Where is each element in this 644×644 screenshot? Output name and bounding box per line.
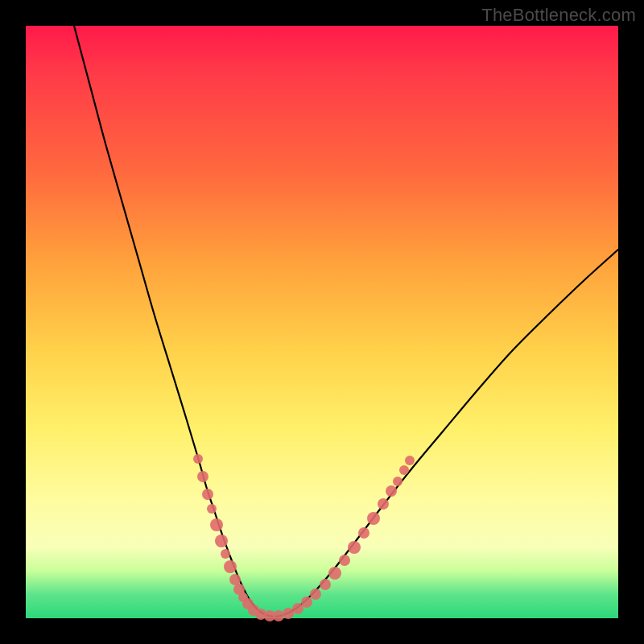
watermark-text: TheBottleneck.com <box>481 5 636 26</box>
marker-dot <box>393 477 402 486</box>
markers-layer <box>193 454 415 621</box>
marker-dot <box>221 549 230 559</box>
marker-dot <box>358 527 369 539</box>
marker-dot <box>210 518 223 531</box>
marker-dot <box>320 579 331 590</box>
marker-dot <box>283 608 294 619</box>
marker-dot <box>399 465 409 475</box>
curve-layer <box>74 26 618 617</box>
marker-dot <box>378 498 389 510</box>
marker-dot <box>273 610 284 621</box>
marker-dot <box>405 456 415 465</box>
outer-frame: TheBottleneck.com <box>0 0 644 644</box>
bottleneck-curve <box>74 26 618 617</box>
marker-dot <box>301 597 312 608</box>
plot-area <box>26 26 618 618</box>
marker-dot <box>348 541 361 554</box>
marker-dot <box>386 485 397 497</box>
marker-dot <box>339 555 350 566</box>
marker-dot <box>215 535 228 547</box>
marker-dot <box>193 454 203 464</box>
marker-dot <box>367 512 380 525</box>
marker-dot <box>229 574 241 585</box>
marker-dot <box>197 471 208 482</box>
marker-dot <box>207 504 217 514</box>
chart-svg <box>26 26 618 618</box>
marker-dot <box>310 588 321 600</box>
marker-dot <box>328 567 341 580</box>
marker-dot <box>202 489 213 500</box>
marker-dot <box>224 560 237 573</box>
